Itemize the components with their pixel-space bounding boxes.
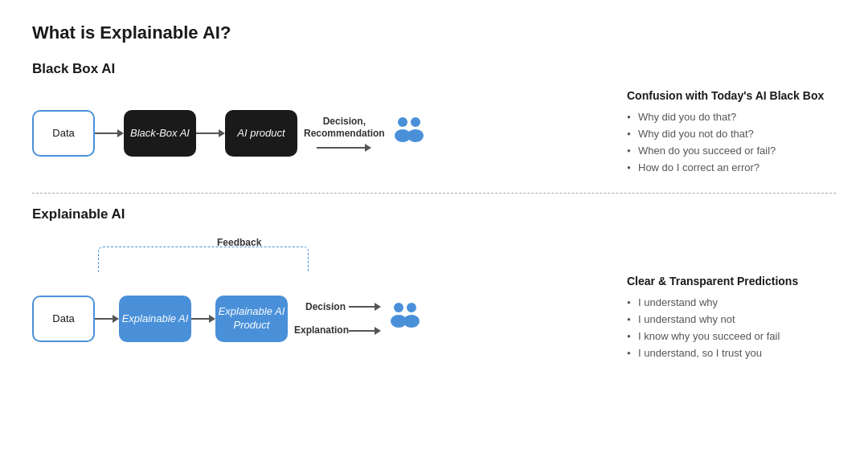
- decision-recommendation-label: Decision,Recommendation: [304, 116, 385, 141]
- xai-info-panel: Clear & Transparent Predictions I unders…: [603, 274, 836, 364]
- bullet-xai-3: I know why you succeed or fail: [627, 330, 836, 342]
- svg-point-6: [407, 303, 416, 312]
- blackbox-ai-box: Black-Box AI: [124, 110, 196, 157]
- page-title: What is Explainable AI?: [32, 22, 836, 43]
- svg-point-2: [411, 117, 420, 127]
- feedback-arc: [98, 247, 309, 272]
- xai-bullets: I understand why I understand why not I …: [627, 296, 836, 359]
- explainable-ai-section: Explainable AI Feedback Data Explainable…: [32, 206, 836, 364]
- arrow2-bb: [196, 129, 225, 137]
- ai-product-box: AI product: [225, 110, 297, 157]
- black-box-diagram: Data Black-Box AI AI product Decision,Re…: [32, 88, 836, 178]
- black-box-section: Black Box AI Data Black-Box AI AI produc…: [32, 61, 836, 178]
- blackbox-info-panel: Confusion with Today's AI Black Box Why …: [603, 88, 836, 178]
- data-box-bb: Data: [32, 110, 95, 157]
- bullet-xai-1: I understand why: [627, 296, 836, 308]
- svg-point-3: [407, 129, 424, 142]
- black-box-title: Black Box AI: [32, 61, 836, 77]
- decision-arrow: [349, 303, 381, 311]
- svg-point-0: [398, 117, 407, 127]
- xai-box: Explainable AI: [119, 296, 191, 342]
- person-icon-bb: [391, 116, 427, 151]
- decision-label: Decision: [294, 301, 346, 314]
- xai-diagram: Feedback Data Explainable AI Explainable…: [32, 234, 836, 364]
- svg-point-7: [403, 315, 420, 328]
- arrow1-xai: [95, 315, 119, 323]
- arrow1-bb: [95, 129, 124, 137]
- bullet-bb-3: When do you succeed or fail?: [627, 145, 836, 157]
- blackbox-info-title: Confusion with Today's AI Black Box: [627, 88, 836, 103]
- xai-info-title: Clear & Transparent Predictions: [627, 274, 836, 288]
- xai-product-box: Explainable AI Product: [215, 296, 288, 342]
- bullet-bb-2: Why did you not do that?: [627, 128, 836, 140]
- person-icon-xai: [387, 302, 423, 336]
- bullet-bb-1: Why did you do that?: [627, 111, 836, 123]
- arrow3-bb: [317, 144, 371, 152]
- arrow2-xai: [191, 315, 215, 323]
- blackbox-bullets: Why did you do that? Why did you not do …: [627, 111, 836, 173]
- svg-point-4: [394, 303, 403, 312]
- xai-title: Explainable AI: [32, 206, 836, 222]
- explanation-label: Explanation: [294, 324, 346, 337]
- bullet-xai-4: I understand, so I trust you: [627, 347, 836, 359]
- bullet-bb-4: How do I correct an error?: [627, 161, 836, 173]
- data-box-xai: Data: [32, 296, 95, 342]
- section-divider: [32, 193, 836, 194]
- bullet-xai-2: I understand why not: [627, 313, 836, 325]
- explanation-arrow: [349, 327, 381, 335]
